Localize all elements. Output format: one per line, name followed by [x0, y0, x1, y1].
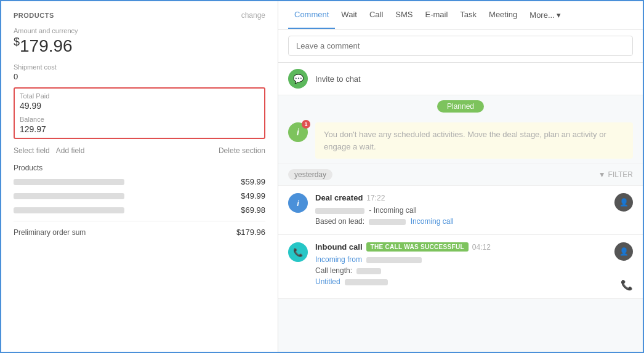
shipment-label: Shipment cost — [14, 63, 265, 71]
deal-entry-body: Deal created 17:22 - Incoming call Based… — [315, 193, 607, 227]
incoming-from-label: Incoming from — [315, 255, 362, 264]
scheduled-notice: You don't have any scheduled activities.… — [315, 122, 633, 159]
deal-entry-header: Deal created 17:22 — [315, 193, 607, 202]
balance-value: 129.97 — [20, 124, 259, 134]
call-success-badge: THE CALL WAS SUCCESSFUL — [366, 242, 469, 252]
chevron-down-icon: ▾ — [557, 10, 561, 20]
product-row-1: $59.99 — [14, 177, 265, 186]
delete-section-link[interactable]: Delete section — [219, 146, 265, 155]
product-price-1: $59.99 — [241, 177, 265, 186]
invite-text: Invite to chat — [315, 74, 361, 84]
deal-lead-bar — [369, 219, 406, 225]
filter-button[interactable]: ▼ FILTER — [598, 170, 633, 179]
deal-created-entry: i Deal created 17:22 - Incoming call Bas… — [278, 186, 643, 235]
inbound-call-entry: 📞 Inbound call THE CALL WAS SUCCESSFUL 0… — [278, 235, 643, 299]
scheduled-notice-row: i 1 You don't have any scheduled activit… — [278, 117, 643, 164]
shipment-value: 0 — [14, 72, 265, 81]
info-symbol: i — [297, 199, 299, 208]
main-container: PRODUCTS change Amount and currency $179… — [0, 0, 644, 353]
invite-chat-icon: 💬 — [288, 69, 308, 89]
highlighted-totals-box: Total Paid 49.99 Balance 129.97 — [14, 87, 265, 139]
call-entry-header: Inbound call THE CALL WAS SUCCESSFUL 04:… — [315, 242, 607, 252]
tab-call[interactable]: Call — [363, 1, 389, 29]
tab-more-label: More... — [529, 10, 554, 20]
call-entry-icon: 📞 — [288, 242, 308, 262]
filter-label: FILTER — [608, 170, 633, 179]
caller-bar — [366, 257, 422, 263]
amount-number: 179.96 — [20, 36, 73, 55]
preliminary-label: Preliminary order sum — [14, 228, 86, 237]
tabs-bar: Comment Wait Call SMS E-mail Task Meetin… — [278, 1, 643, 30]
call-avatar: 👤 — [614, 242, 633, 261]
product-name-bar-2 — [14, 193, 124, 199]
tab-comment[interactable]: Comment — [288, 1, 335, 29]
action-left: Select field Add field — [14, 146, 84, 155]
yesterday-label: yesterday — [288, 169, 332, 180]
feed-area: 💬 Invite to chat Planned i 1 You don't h… — [278, 63, 643, 352]
product-row-2: $49.99 — [14, 191, 265, 200]
product-name-bar-3 — [14, 207, 124, 213]
amount-value: $179.96 — [14, 36, 265, 56]
call-length-label: Call length: — [315, 266, 352, 275]
call-length-bar — [356, 268, 381, 274]
right-panel: Comment Wait Call SMS E-mail Task Meetin… — [278, 1, 643, 352]
comment-input-area — [278, 30, 643, 63]
planned-divider: Planned — [278, 95, 643, 117]
badge-count: 1 — [302, 120, 310, 129]
deal-avatar: 👤 — [614, 193, 633, 212]
invite-row: 💬 Invite to chat — [278, 63, 643, 95]
deal-created-time: 17:22 — [366, 194, 385, 202]
total-row: Preliminary order sum $179.96 — [14, 228, 265, 237]
call-entry-text: Incoming from Call length: Untitled — [315, 254, 607, 287]
currency-symbol: $ — [14, 36, 20, 48]
info-badge-icon: i 1 — [288, 122, 308, 142]
inbound-call-title: Inbound call — [315, 242, 363, 252]
products-title: PRODUCTS — [14, 12, 54, 19]
tab-email[interactable]: E-mail — [419, 1, 454, 29]
deal-incoming-link[interactable]: Incoming call — [411, 217, 454, 226]
planned-badge: Planned — [437, 100, 484, 113]
tab-task[interactable]: Task — [454, 1, 483, 29]
phone-icon: 📞 — [293, 248, 303, 257]
tab-meeting[interactable]: Meeting — [483, 1, 523, 29]
action-row: Select field Add field Delete section — [14, 146, 265, 155]
deal-name-bar — [315, 208, 364, 214]
untitled-bar — [345, 279, 388, 285]
left-panel: PRODUCTS change Amount and currency $179… — [1, 1, 278, 352]
untitled-link[interactable]: Untitled — [315, 277, 340, 286]
select-field-link[interactable]: Select field — [14, 146, 50, 155]
shipment-field: Shipment cost 0 — [14, 63, 265, 81]
avatar-symbol: 👤 — [619, 198, 629, 207]
call-entry-right: 👤 📞 — [614, 242, 633, 291]
filter-icon: ▼ — [598, 170, 606, 179]
change-link[interactable]: change — [241, 11, 265, 20]
deal-based-label: Based on lead: — [315, 217, 364, 226]
preliminary-value: $179.96 — [236, 228, 265, 237]
product-name-bar-1 — [14, 179, 124, 185]
chat-bubble-icon: 💬 — [293, 74, 304, 84]
deal-info-icon: i — [288, 193, 308, 213]
call-avatar-symbol: 👤 — [619, 247, 629, 256]
deal-entry-text: - Incoming call Based on lead: Incoming … — [315, 205, 607, 227]
amount-label: Amount and currency — [14, 27, 265, 34]
comment-input[interactable] — [288, 36, 633, 56]
amount-field: Amount and currency $179.96 — [14, 27, 265, 56]
divider — [14, 221, 265, 221]
total-paid-value: 49.99 — [20, 101, 259, 111]
product-price-3: $69.98 — [241, 205, 265, 215]
call-time: 04:12 — [472, 243, 491, 252]
balance-label: Balance — [20, 116, 259, 123]
add-field-link[interactable]: Add field — [56, 146, 85, 155]
products-header: PRODUCTS change — [14, 11, 265, 20]
deal-incoming-label: - Incoming call — [369, 206, 416, 215]
tab-more[interactable]: More... ▾ — [523, 2, 566, 28]
info-letter: i — [297, 127, 299, 137]
phone-small-icon: 📞 — [621, 279, 633, 291]
products-section-title: Products — [14, 164, 265, 172]
total-paid-label: Total Paid — [20, 92, 259, 100]
tab-wait[interactable]: Wait — [335, 1, 363, 29]
call-entry-body: Inbound call THE CALL WAS SUCCESSFUL 04:… — [315, 242, 607, 287]
product-price-2: $49.99 — [241, 191, 265, 200]
deal-created-title: Deal created — [315, 193, 363, 202]
tab-sms[interactable]: SMS — [389, 1, 419, 29]
